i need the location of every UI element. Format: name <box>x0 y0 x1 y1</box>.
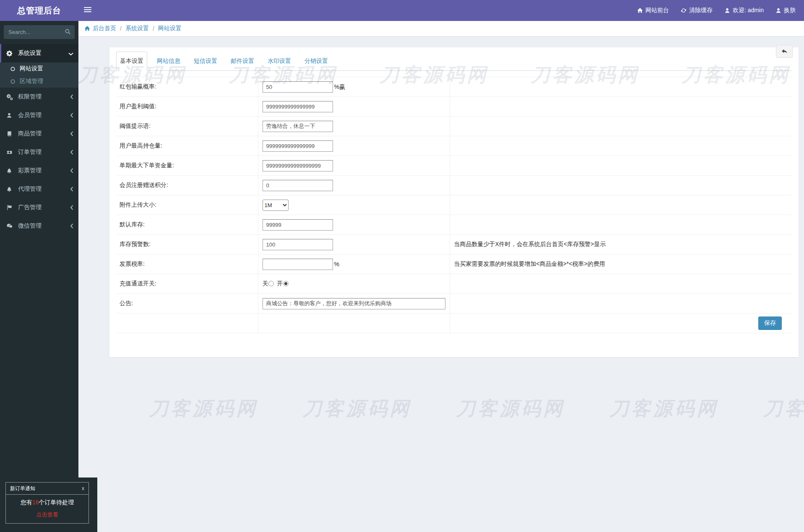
back-button[interactable] <box>776 45 793 58</box>
radio-label: 开 <box>277 280 283 287</box>
sidebar-subitem-site-settings[interactable]: 网站设置 <box>0 62 78 75</box>
sidebar-item-ad-management[interactable]: 广告管理 <box>0 198 78 217</box>
navbar-link-change-skin[interactable]: 换肤 <box>770 0 801 21</box>
angle-down-icon <box>68 50 73 57</box>
breadcrumb-link-2[interactable]: 网站设置 <box>158 25 182 32</box>
circle-icon <box>10 66 18 72</box>
field-label: 阈值提示语: <box>120 122 151 129</box>
breadcrumb-separator: / <box>153 25 154 32</box>
gear-icon <box>6 50 16 57</box>
form-row-default-stock: 默认库存: <box>116 215 792 235</box>
sidebar-item-wechat-management[interactable]: 微信管理 <box>0 217 78 235</box>
reply-arrow-icon <box>781 48 788 54</box>
tab-4[interactable]: 水印设置 <box>264 52 295 71</box>
field-label: 用户最高持仓量: <box>120 142 162 149</box>
field-label: 默认库存: <box>120 221 145 228</box>
sidebar-item-order-management[interactable]: 订单管理 <box>0 143 78 161</box>
user-icon <box>6 112 16 118</box>
default-stock-input[interactable] <box>263 219 333 231</box>
redpacket-win-rate-input[interactable] <box>263 81 333 93</box>
field-label: 单期最大下单资金量: <box>120 162 174 169</box>
field-label: 库存预警数: <box>120 241 151 247</box>
sidebar-item-agent-management[interactable]: 代理管理 <box>0 180 78 198</box>
home-icon <box>84 26 90 31</box>
user-max-position-input[interactable] <box>263 140 333 152</box>
stock-warning-input[interactable] <box>263 239 333 250</box>
navbar-right-menu: 网站前台清除缓存欢迎: admin换肤 <box>631 0 801 21</box>
sidebar-toggle-button[interactable] <box>84 7 91 13</box>
new-order-notification: 新订单通知 x 您有16个订单待处理 点击查看 <box>0 478 97 532</box>
sidebar-item-member-management[interactable]: 会员管理 <box>0 106 78 125</box>
tab-1[interactable]: 网站信息 <box>153 52 184 71</box>
settings-tabs: 基本设置网站信息短信设置邮件设置水印设置分销设置 <box>116 52 792 71</box>
field-label: 用户盈利阈值: <box>120 103 156 109</box>
form-row-max-order-amount: 单期最大下单资金量: <box>116 156 792 176</box>
tab-0[interactable]: 基本设置 <box>116 52 147 71</box>
save-button[interactable]: 保存 <box>758 317 782 330</box>
form-row-register-gift-points: 会员注册赠送积分: <box>116 176 792 195</box>
field-label: 红包输赢概率: <box>120 83 156 90</box>
threshold-tip-input[interactable] <box>263 121 333 132</box>
announcement-input[interactable] <box>263 298 445 309</box>
search-input[interactable] <box>4 25 75 39</box>
tab-5[interactable]: 分销设置 <box>301 52 332 71</box>
gears-icon <box>6 94 16 100</box>
angle-left-icon <box>70 205 73 211</box>
home-icon <box>637 8 643 13</box>
navbar-link-clear-cache[interactable]: 清除缓存 <box>675 0 718 21</box>
breadcrumb-link-1[interactable]: 系统设置 <box>125 25 149 32</box>
notification-message: 您有16个订单待处理 <box>6 499 88 506</box>
attachment-size-select[interactable]: 1M <box>263 200 289 211</box>
watermark-text: 刀客源码网 <box>763 396 804 422</box>
breadcrumb-link-0[interactable]: 后台首页 <box>84 25 116 32</box>
bell-icon <box>6 168 16 174</box>
pending-order-count: 16 <box>32 499 39 506</box>
book-icon <box>6 131 16 137</box>
form-row-redpacket-win-rate: 红包输赢概率:%赢 <box>116 77 792 97</box>
watermark-text: 刀客源码网 <box>609 396 718 422</box>
sidebar-item-permission-management[interactable]: 权限管理 <box>0 88 78 106</box>
angle-left-icon <box>70 223 73 230</box>
watermark-text: 刀客源码网 <box>149 396 258 422</box>
main-content: 后台首页/系统设置/网站设置 基本设置网站信息短信设置邮件设置水印设置分销设置 … <box>78 21 804 532</box>
invoice-tax-rate-input[interactable] <box>263 259 333 270</box>
notification-view-link[interactable]: 点击查看 <box>36 511 58 519</box>
breadcrumb-separator: / <box>120 25 122 32</box>
settings-panel: 基本设置网站信息短信设置邮件设置水印设置分销设置 红包输赢概率:%赢用户盈利阈值… <box>109 47 799 357</box>
tab-2[interactable]: 短信设置 <box>190 52 221 71</box>
angle-left-icon <box>70 131 73 138</box>
form-row-threshold-tip: 阈值提示语: <box>116 117 792 136</box>
wechat-icon <box>6 223 16 229</box>
navbar-link-site-front[interactable]: 网站前台 <box>631 0 675 21</box>
input-suffix: % <box>334 261 339 267</box>
register-gift-points-input[interactable] <box>263 180 333 191</box>
app-title: 总管理后台 <box>0 0 78 21</box>
user-icon <box>775 8 781 13</box>
field-label: 会员注册赠送积分: <box>120 182 168 188</box>
field-label: 附件上传大小: <box>120 201 156 208</box>
field-label: 发票税率: <box>120 260 145 267</box>
sidebar-subitem-region-management[interactable]: 区域管理 <box>0 75 78 88</box>
circle-icon <box>10 79 18 84</box>
field-note: 当商品数量少于X件时，会在系统后台首页<库存预警>显示 <box>454 241 606 247</box>
notification-close-button[interactable]: x <box>82 485 84 491</box>
recharge-switch-radio-1[interactable] <box>283 281 289 286</box>
flag-icon <box>6 205 16 210</box>
navbar-link-welcome-admin[interactable]: 欢迎: admin <box>718 0 770 21</box>
sidebar-item-lottery-management[interactable]: 彩票管理 <box>0 161 78 180</box>
tab-3[interactable]: 邮件设置 <box>227 52 258 71</box>
radio-label: 关 <box>263 280 268 287</box>
form-row-announcement: 公告: <box>116 294 792 314</box>
sidebar-item-system-settings[interactable]: 系统设置 <box>0 44 78 62</box>
form-row-save-row: 保存 <box>116 314 792 333</box>
form-row-stock-warning: 库存预警数:当商品数量少于X件时，会在系统后台首页<库存预警>显示 <box>116 235 792 254</box>
form-row-recharge-switch: 充值通道开关:关开 <box>116 274 792 294</box>
sidebar-item-goods-management[interactable]: 商品管理 <box>0 125 78 143</box>
input-suffix: %赢 <box>334 83 345 90</box>
angle-left-icon <box>70 168 73 174</box>
recharge-switch-radio-0[interactable] <box>268 281 274 286</box>
search-icon[interactable] <box>65 29 71 35</box>
angle-left-icon <box>70 186 73 193</box>
user-profit-threshold-input[interactable] <box>263 101 333 112</box>
max-order-amount-input[interactable] <box>263 160 333 171</box>
